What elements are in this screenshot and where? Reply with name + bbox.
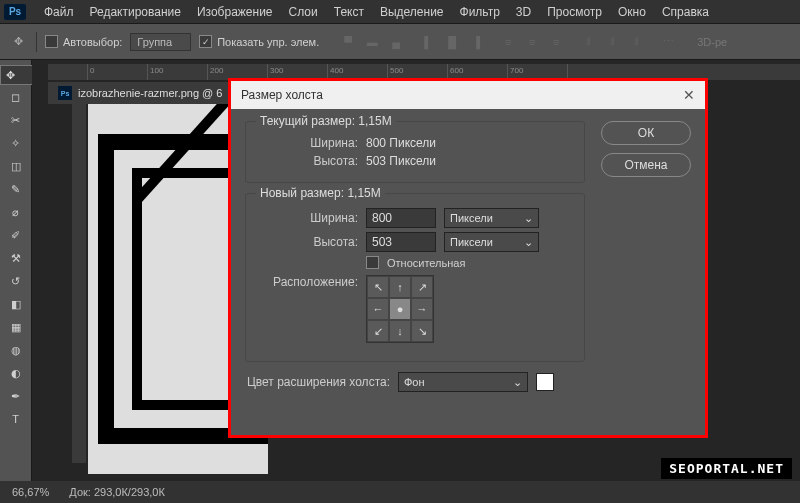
document-tab[interactable]: Ps izobrazhenie-razmer.png @ 6 [48, 82, 232, 104]
distribute-hcenter-icon[interactable]: ⦀ [601, 32, 623, 52]
height-unit-dropdown[interactable]: Пиксели [444, 232, 539, 252]
anchor-center-icon[interactable]: ● [389, 298, 411, 320]
extension-color-label: Цвет расширения холста: [245, 375, 390, 389]
menu-help[interactable]: Справка [654, 2, 717, 22]
menu-image[interactable]: Изображение [189, 2, 281, 22]
extension-color-dropdown[interactable]: Фон [398, 372, 528, 392]
move-tool-icon[interactable]: ✥ [8, 32, 28, 52]
align-right-icon[interactable]: ▐ [465, 32, 487, 52]
stamp-tool-icon[interactable]: ⚒ [3, 247, 29, 269]
relative-label: Относительная [387, 257, 465, 269]
menu-layers[interactable]: Слои [281, 2, 326, 22]
align-icons-group: ▀ ▬ ▄ ▌ █ ▐ ≡ ≡ ≡ ⦀ ⦀ ⦀ ⋯ [337, 32, 679, 52]
file-icon: Ps [58, 86, 72, 100]
show-controls-checkbox[interactable]: ✓ Показать упр. элем. [199, 35, 319, 48]
height-input[interactable] [366, 232, 436, 252]
anchor-n-icon[interactable]: ↑ [389, 276, 411, 298]
anchor-s-icon[interactable]: ↓ [389, 320, 411, 342]
auto-select-label: Автовыбор: [63, 36, 122, 48]
menu-edit[interactable]: Редактирование [82, 2, 189, 22]
anchor-label: Расположение: [258, 275, 358, 289]
three-d-label: 3D-ре [697, 36, 727, 48]
type-tool-icon[interactable]: T [3, 408, 29, 430]
anchor-nw-icon[interactable]: ↖ [367, 276, 389, 298]
current-width-label: Ширина: [258, 136, 358, 150]
relative-checkbox[interactable] [366, 256, 379, 269]
align-top-icon[interactable]: ▀ [337, 32, 359, 52]
close-icon[interactable]: ✕ [683, 87, 695, 103]
menu-text[interactable]: Текст [326, 2, 372, 22]
group-mode-dropdown[interactable]: Группа [130, 33, 191, 51]
healing-tool-icon[interactable]: ⌀ [3, 201, 29, 223]
current-height-label: Высота: [258, 154, 358, 168]
current-width-value: 800 Пиксели [366, 136, 436, 150]
menu-3d[interactable]: 3D [508, 2, 539, 22]
menu-filter[interactable]: Фильтр [452, 2, 508, 22]
gradient-tool-icon[interactable]: ▦ [3, 316, 29, 338]
menu-file[interactable]: Файл [36, 2, 82, 22]
anchor-se-icon[interactable]: ↘ [411, 320, 433, 342]
dodge-tool-icon[interactable]: ◐ [3, 362, 29, 384]
distribute-right-icon[interactable]: ⦀ [625, 32, 647, 52]
anchor-w-icon[interactable]: ← [367, 298, 389, 320]
new-size-group: Новый размер: 1,15M Ширина: Пиксели Высо… [245, 193, 585, 362]
width-unit-dropdown[interactable]: Пиксели [444, 208, 539, 228]
menubar: Ps Файл Редактирование Изображение Слои … [0, 0, 800, 24]
menu-select[interactable]: Выделение [372, 2, 452, 22]
align-hcenter-icon[interactable]: █ [441, 32, 463, 52]
zoom-level[interactable]: 66,67% [12, 486, 49, 498]
distribute-top-icon[interactable]: ≡ [497, 32, 519, 52]
width-input[interactable] [366, 208, 436, 228]
eraser-tool-icon[interactable]: ◧ [3, 293, 29, 315]
crop-tool-icon[interactable]: ◫ [3, 155, 29, 177]
distribute-vcenter-icon[interactable]: ≡ [521, 32, 543, 52]
eyedropper-tool-icon[interactable]: ✎ [3, 178, 29, 200]
align-left-icon[interactable]: ▌ [417, 32, 439, 52]
watermark: SEOPORTAL.NET [661, 458, 792, 479]
doc-size: Док: 293,0К/293,0К [69, 486, 165, 498]
cancel-button[interactable]: Отмена [601, 153, 691, 177]
auto-select-checkbox[interactable]: Автовыбор: [45, 35, 122, 48]
new-height-label: Высота: [258, 235, 358, 249]
lasso-tool-icon[interactable]: ✂ [3, 109, 29, 131]
distribute-left-icon[interactable]: ⦀ [577, 32, 599, 52]
menu-view[interactable]: Просмотр [539, 2, 610, 22]
align-bottom-icon[interactable]: ▄ [385, 32, 407, 52]
anchor-sw-icon[interactable]: ↙ [367, 320, 389, 342]
blur-tool-icon[interactable]: ◍ [3, 339, 29, 361]
dialog-title: Размер холста [241, 88, 323, 102]
magic-wand-tool-icon[interactable]: ✧ [3, 132, 29, 154]
extension-color-swatch[interactable] [536, 373, 554, 391]
canvas-size-dialog: Размер холста ✕ Текущий размер: 1,15M Ши… [231, 81, 705, 435]
status-bar: 66,67% Док: 293,0К/293,0К [0, 481, 800, 503]
app-logo: Ps [4, 4, 26, 20]
ruler-vertical [72, 104, 86, 463]
current-height-value: 503 Пиксели [366, 154, 436, 168]
align-vcenter-icon[interactable]: ▬ [361, 32, 383, 52]
options-bar: ✥ Автовыбор: Группа ✓ Показать упр. элем… [0, 24, 800, 60]
menu-window[interactable]: Окно [610, 2, 654, 22]
new-width-label: Ширина: [258, 211, 358, 225]
anchor-ne-icon[interactable]: ↗ [411, 276, 433, 298]
distribute-bottom-icon[interactable]: ≡ [545, 32, 567, 52]
anchor-grid[interactable]: ↖ ↑ ↗ ← ● → ↙ ↓ ↘ [366, 275, 434, 343]
dialog-titlebar[interactable]: Размер холста ✕ [231, 81, 705, 109]
history-brush-tool-icon[interactable]: ↺ [3, 270, 29, 292]
tools-panel: ✥ ◻ ✂ ✧ ◫ ✎ ⌀ ✐ ⚒ ↺ ◧ ▦ ◍ ◐ ✒ T [0, 60, 32, 503]
brush-tool-icon[interactable]: ✐ [3, 224, 29, 246]
tab-filename: izobrazhenie-razmer.png @ 6 [78, 87, 222, 99]
show-controls-label: Показать упр. элем. [217, 36, 319, 48]
anchor-e-icon[interactable]: → [411, 298, 433, 320]
pen-tool-icon[interactable]: ✒ [3, 385, 29, 407]
more-options-icon[interactable]: ⋯ [657, 32, 679, 52]
ok-button[interactable]: ОК [601, 121, 691, 145]
current-size-group: Текущий размер: 1,15M Ширина: 800 Пиксел… [245, 121, 585, 183]
marquee-tool-icon[interactable]: ◻ [3, 86, 29, 108]
